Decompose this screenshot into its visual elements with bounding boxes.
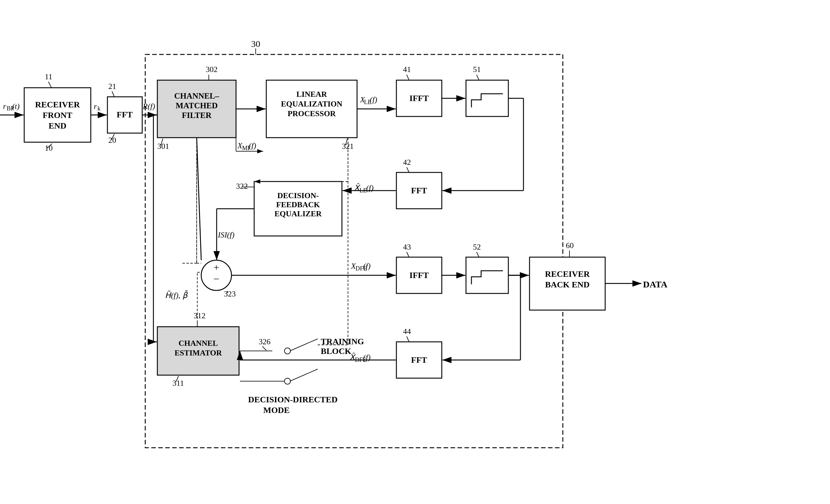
label-training-block2: BLOCK [321,346,351,356]
label-dd2: MODE [263,405,290,415]
block-dfe-label1: DECISION- [277,191,319,200]
switch-dd-circle [284,378,290,384]
block-slicer1 [466,80,508,116]
ref-52-line [477,252,479,257]
ref-21: 21 [108,82,116,91]
ref-10: 10 [45,144,53,153]
switch-arm-training [290,339,318,351]
block-receiver-front-end-label1: RECEIVER [35,100,80,109]
label-htilde: H̃(f), β̃ [165,290,188,300]
block-fft1-label: FFT [117,110,133,119]
ref-311: 311 [172,379,184,388]
line-cmf-out-vertical [197,138,201,260]
label-rbp: r [3,102,6,111]
ref-42: 42 [403,158,411,167]
block-cmf-label1: CHANNEL– [174,91,219,100]
summing-plus: + [214,262,219,273]
block-fft3-label: FFT [411,355,427,365]
switch-training-circle [284,348,290,354]
label-xhat-dfe-f: (f) [363,353,371,362]
label-rk: r [94,102,97,111]
label-Rf: R(f) [142,102,155,111]
block-dfe-label2: FEEDBACK [276,200,320,209]
block-cmf-label2: MATCHED [176,101,218,110]
ref-44-line [407,336,409,342]
ref-312: 312 [194,311,205,320]
block-slicer2 [466,257,508,294]
diagram: 30 RECEIVER FRONT END 10 11 FFT 20 21 CH… [0,0,830,504]
block-linear-eq [266,80,357,138]
label-xle-f: (f) [370,95,377,104]
block-ifft2-label: IFFT [409,270,429,280]
ref-51-line [477,75,479,80]
block-fft2-label: FFT [411,186,427,195]
block-ifft1-label: IFFT [409,94,429,103]
ref-51: 51 [473,65,481,74]
label-rk-sub: k [97,105,100,112]
ref-44: 44 [403,327,411,336]
ref-302: 302 [206,65,218,74]
ref-21-line [112,91,115,97]
ref-52: 52 [473,243,481,251]
ref-301: 301 [157,142,169,150]
summing-minus: – [214,273,219,283]
block-rbe-label2: BACK END [545,280,589,289]
switch-arm-dd [290,369,318,381]
ref-20: 20 [108,136,116,145]
ref-323: 323 [224,290,236,298]
block-receiver-front-end-label2: FRONT [43,110,72,120]
block-ce-label1: CHANNEL [179,339,218,347]
block-ce-label2: ESTIMATOR [174,348,222,357]
block-leq-label1: LINEAR [296,90,327,99]
ref-322: 322 [236,182,248,191]
label-rbp-t: (t) [12,102,20,111]
label-isi: ISI(f) [218,231,234,239]
ref-60: 60 [566,241,574,250]
block-leq-label2: EQUALIZATION [281,100,342,108]
ref-43: 43 [403,243,411,251]
label-xdfe-f: (f) [363,262,371,270]
ref-42-line [407,167,409,172]
block-rbe-label1: RECEIVER [545,269,590,279]
ref-11: 11 [45,72,52,81]
label-xmf-f: (f) [249,141,256,150]
ref-43-line [407,252,409,257]
ref-326-line [262,346,266,350]
ref-326: 326 [259,337,270,346]
label-xhat-le-f: (f) [366,183,374,192]
label-data: DATA [643,279,668,289]
block-receiver-front-end-label3: END [49,121,66,130]
block-dfe-label3: EQUALIZER [275,209,322,218]
ref-30: 30 [251,39,260,49]
block-leq-label3: PROCESSOR [288,109,336,118]
block-diagram-svg: 30 RECEIVER FRONT END 10 11 FFT 20 21 CH… [0,0,830,504]
label-dd1: DECISION-DIRECTED [248,395,338,404]
ref-41: 41 [403,65,411,74]
block-cmf-label3: FILTER [182,111,212,120]
ref-41-line [407,75,409,80]
ref-11-line [49,82,52,88]
